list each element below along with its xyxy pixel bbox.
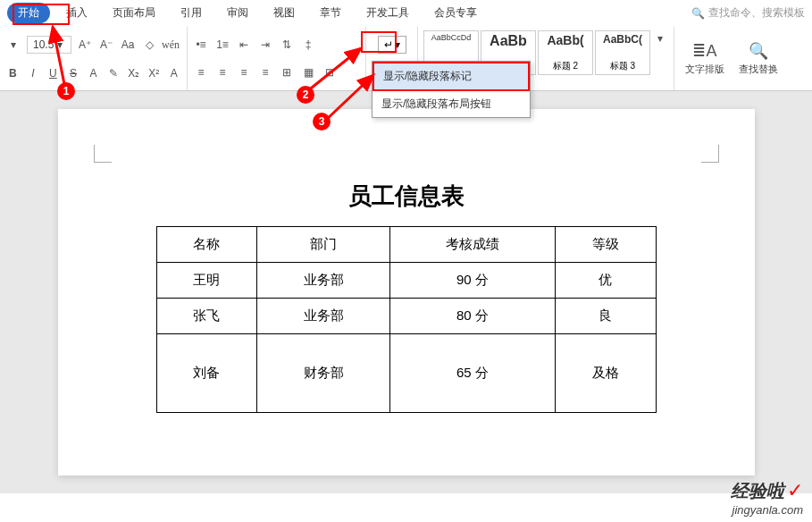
text-layout-icon: ≣A (692, 41, 716, 61)
justify-icon[interactable]: ≡ (257, 64, 273, 80)
table-header-cell: 部门 (257, 227, 390, 263)
table-row: 刘备 财务部 65 分 及格 (156, 334, 656, 413)
paragraph-mark-button[interactable]: ↵ ▾ (378, 36, 406, 54)
tab-sections[interactable]: 章节 (311, 3, 350, 23)
align-left-icon[interactable]: ≡ (193, 64, 209, 80)
search-placeholder: 查找命令、搜索模板 (708, 5, 805, 21)
chevron-down-icon: ▾ (395, 38, 400, 51)
text-layout-label: 文字排版 (685, 63, 724, 76)
bold-icon[interactable]: B (5, 65, 21, 81)
employee-table: 名称 部门 考核成绩 等级 王明 业务部 90 分 优 张飞 业务部 80 分 … (156, 226, 657, 413)
numbering-icon[interactable]: 1≡ (214, 37, 230, 53)
table-cell: 刘备 (156, 334, 257, 413)
tab-start[interactable]: 开始 (7, 3, 50, 23)
text-layout-button[interactable]: ≣A 文字排版 (685, 41, 724, 76)
find-replace-button[interactable]: 🔍 查找替换 (739, 41, 778, 76)
distribute-icon[interactable]: ⊞ (279, 64, 295, 80)
tab-page-layout[interactable]: 页面布局 (104, 3, 164, 23)
table-header-row: 名称 部门 考核成绩 等级 (156, 227, 656, 263)
bullets-icon[interactable]: •≡ (193, 37, 209, 53)
watermark-url: jingyanla.com (731, 503, 803, 517)
character-border-icon[interactable]: A (167, 65, 182, 81)
style-preview: AaBb (490, 33, 527, 49)
annotation-number-2: 2 (297, 86, 314, 104)
style-preview: AaBbC( (603, 33, 642, 46)
increase-indent-icon[interactable]: ⇥ (257, 37, 273, 53)
tab-member[interactable]: 会员专享 (425, 3, 486, 23)
borders-icon[interactable]: ⊞ (322, 64, 338, 80)
styles-more-icon[interactable]: ▾ (652, 30, 668, 46)
style-preview: AaBb( (547, 33, 583, 47)
shading-icon[interactable]: ▦ (300, 64, 316, 80)
tab-developer[interactable]: 开发工具 (357, 3, 418, 23)
dropdown-icon[interactable]: ▾ (5, 37, 21, 53)
font-group: ▾ 10.5 ▾ A⁺ A⁻ Aa ◇ wén B I U S A ✎ X₂ X… (0, 27, 188, 90)
watermark-text: 经验啦 (731, 481, 784, 501)
annotation-number-1: 1 (57, 82, 75, 100)
table-cell: 良 (555, 299, 656, 334)
style-heading2[interactable]: AaBb( 标题 2 (538, 30, 593, 75)
table-cell: 业务部 (257, 299, 390, 334)
page-corner-tr (701, 145, 719, 163)
phonetic-icon[interactable]: wén (163, 37, 179, 53)
font-size-value: 10.5 (33, 38, 54, 51)
increase-font-icon[interactable]: A⁺ (77, 37, 93, 53)
table-header-cell: 考核成绩 (389, 227, 555, 263)
watermark: 经验啦 ✓ jingyanla.com (731, 479, 803, 517)
table-cell: 王明 (156, 263, 257, 299)
table-cell: 优 (555, 263, 656, 299)
search-icon: 🔍 (691, 7, 705, 20)
table-cell: 65 分 (389, 334, 555, 413)
style-heading3[interactable]: AaBbC( 标题 3 (595, 30, 650, 75)
style-preview: AaBbCcDd (431, 33, 472, 42)
change-case-icon[interactable]: Aa (120, 37, 136, 53)
find-replace-icon: 🔍 (749, 41, 768, 61)
clear-format-icon[interactable]: ◇ (141, 37, 157, 53)
table-cell: 财务部 (257, 334, 390, 413)
tab-references[interactable]: 引用 (172, 3, 211, 23)
dropdown-item-layout-button[interactable]: 显示/隐藏段落布局按钮 (373, 91, 530, 117)
decrease-font-icon[interactable]: A⁻ (98, 37, 114, 53)
pilcrow-icon: ↵ (384, 38, 393, 51)
italic-icon[interactable]: I (26, 65, 41, 81)
search-box[interactable]: 🔍 查找命令、搜索模板 (691, 5, 805, 21)
find-replace-label: 查找替换 (739, 63, 778, 76)
underline-icon[interactable]: U (46, 65, 61, 81)
document-page: 员工信息表 名称 部门 考核成绩 等级 王明 业务部 90 分 优 张飞 业务部… (58, 109, 755, 476)
tab-review[interactable]: 审阅 (218, 3, 257, 23)
line-spacing-icon[interactable]: ‡ (300, 37, 316, 53)
font-color-icon[interactable]: A (86, 65, 101, 81)
watermark-check-icon: ✓ (787, 479, 803, 501)
align-right-icon[interactable]: ≡ (236, 64, 252, 80)
table-cell: 及格 (555, 334, 656, 413)
annotation-number-3: 3 (313, 113, 331, 130)
paragraph-group: •≡ 1≡ ⇤ ⇥ ⇅ ‡ ≡ ≡ ≡ ≡ ⊞ ▦ ⊞ (188, 27, 366, 90)
subscript-icon[interactable]: X₂ (126, 65, 141, 81)
paragraph-mark-dropdown: 显示/隐藏段落标记 显示/隐藏段落布局按钮 (372, 61, 531, 118)
table-row: 张飞 业务部 80 分 良 (156, 299, 656, 334)
table-cell: 张飞 (156, 299, 257, 334)
decrease-indent-icon[interactable]: ⇤ (236, 37, 252, 53)
document-area: 员工信息表 名称 部门 考核成绩 等级 王明 业务部 90 分 优 张飞 业务部… (0, 91, 812, 493)
tab-view[interactable]: 视图 (264, 3, 304, 23)
table-row: 王明 业务部 90 分 优 (156, 263, 656, 299)
table-header-cell: 名称 (156, 227, 257, 263)
chevron-down-icon: ▾ (57, 38, 63, 51)
font-size-input[interactable]: 10.5 ▾ (27, 36, 71, 54)
align-center-icon[interactable]: ≡ (214, 64, 230, 80)
table-cell: 90 分 (389, 263, 555, 299)
style-label: 标题 3 (610, 60, 635, 72)
table-cell: 80 分 (389, 299, 555, 334)
sort-icon[interactable]: ⇅ (279, 37, 295, 53)
dropdown-item-show-marks[interactable]: 显示/隐藏段落标记 (373, 62, 530, 91)
tab-insert[interactable]: 插入 (57, 3, 96, 23)
page-corner-tl (94, 145, 112, 163)
style-label: 标题 2 (553, 60, 578, 72)
strikethrough-icon[interactable]: S (66, 65, 81, 81)
highlight-icon[interactable]: ✎ (106, 65, 121, 81)
document-title: 员工信息表 (103, 181, 710, 212)
superscript-icon[interactable]: X² (146, 65, 162, 81)
right-tools: ≣A 文字排版 🔍 查找替换 (674, 27, 789, 90)
table-cell: 业务部 (257, 263, 390, 299)
table-header-cell: 等级 (555, 227, 656, 263)
